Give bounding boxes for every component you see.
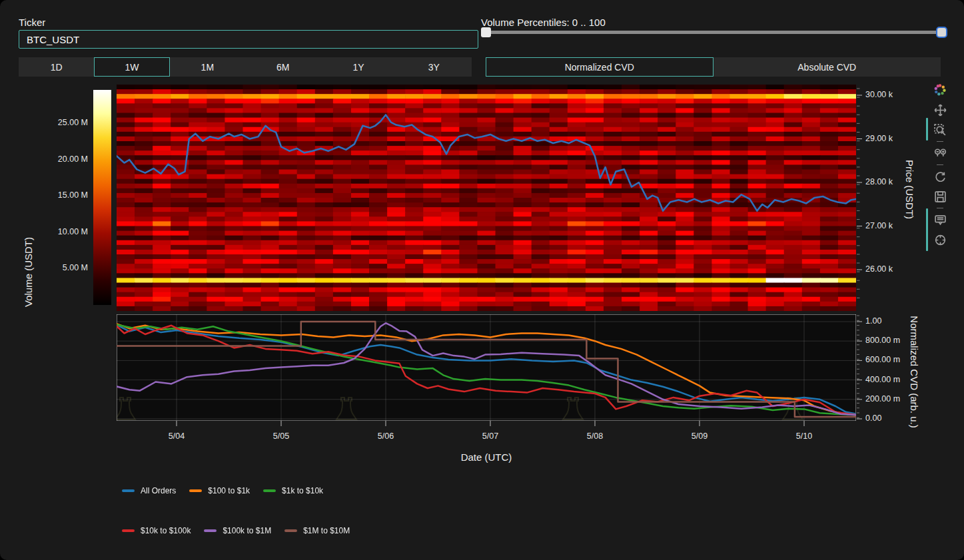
interval-tab-1y[interactable]: 1Y (320, 57, 396, 77)
volume-colorbar (93, 90, 111, 305)
tick-label: 15.00 M (0, 190, 88, 200)
legend-row-1: All Orders $100 to $1k $1k to $10k (122, 486, 323, 495)
tick-label: 0.00 (865, 414, 881, 423)
ticker-input[interactable] (19, 30, 478, 49)
tick-label: 5/10 (777, 431, 831, 441)
cvd-tabbar: Normalized CVD Absolute CVD (486, 57, 941, 77)
modebar-separator (937, 164, 943, 165)
tick-label: 27.00 k (865, 221, 893, 230)
legend-label: $1M to $10M (303, 526, 350, 535)
interval-tab-3y[interactable]: 3Y (396, 57, 472, 77)
volume-axis-title: Volume (USDT) (23, 232, 34, 312)
legend-swatch (122, 489, 135, 492)
legend-item-1m-10m[interactable]: $1M to $10M (284, 526, 350, 535)
tick-label: 800.00 m (865, 336, 900, 345)
pan-icon[interactable] (931, 101, 949, 119)
trading-dashboard: Ticker 1D 1W 1M 6M 1Y 3Y Volume Percenti… (0, 0, 964, 560)
tick-label: 5/05 (254, 431, 308, 441)
tick-label: 26.00 k (865, 264, 893, 274)
slider-handle-max[interactable] (936, 27, 947, 38)
interval-tabbar: 1D 1W 1M 6M 1Y 3Y (19, 57, 472, 77)
cvd-tab-absolute[interactable]: Absolute CVD (714, 57, 941, 77)
tick-label: 400.00 m (865, 375, 900, 384)
zoom-box-icon[interactable] (931, 121, 949, 139)
save-snapshot-icon[interactable] (931, 187, 949, 206)
interval-tab-1m[interactable]: 1M (170, 57, 245, 77)
interval-tab-1d[interactable]: 1D (19, 57, 94, 77)
cvd-tab-normalized[interactable]: Normalized CVD (486, 57, 714, 77)
interval-tab-6m[interactable]: 6M (245, 57, 320, 77)
tick-label: 20.00 M (0, 154, 88, 164)
tick-label: 5.00 M (0, 263, 88, 272)
legend-item-100-1k[interactable]: $100 to $1k (189, 486, 250, 495)
legend-item-100k-1m[interactable]: $100k to $1M (204, 526, 271, 535)
tick-label: 28.00 k (865, 177, 893, 186)
modebar-separator (937, 141, 943, 142)
legend-label: $1k to $10k (282, 486, 323, 495)
hover-compare-icon[interactable] (931, 210, 949, 229)
tick-label: 30.00 k (865, 90, 893, 99)
tick-label: 1.00 (865, 316, 881, 326)
tick-label: 10.00 M (0, 227, 88, 236)
interval-tab-1w[interactable]: 1W (94, 57, 169, 77)
tick-label: 25.00 M (0, 118, 88, 127)
legend-label: $100k to $1M (223, 526, 271, 535)
legend-swatch (122, 529, 135, 532)
volume-percentiles-label: Volume Percentiles: 0 .. 100 (481, 17, 606, 28)
normalized-cvd-chart[interactable] (117, 314, 856, 421)
price-axis-title: Price (USDT) (904, 153, 915, 226)
volume-percentiles-slider-track[interactable] (486, 31, 937, 34)
legend-label: All Orders (141, 486, 176, 495)
plot-modebar (929, 80, 951, 250)
tick-label: 600.00 m (865, 355, 900, 364)
tick-label: 5/04 (150, 431, 203, 441)
spikelines-icon[interactable] (931, 230, 949, 249)
tick-label: 5/09 (673, 431, 726, 441)
ticker-label: Ticker (19, 17, 45, 28)
legend-swatch (204, 529, 217, 532)
legend-label: $100 to $1k (208, 486, 250, 495)
legend-item-10k-100k[interactable]: $10k to $100k (122, 526, 191, 535)
legend-row-2: $10k to $100k $100k to $1M $1M to $10M (122, 526, 350, 535)
reset-axes-icon[interactable] (931, 167, 949, 186)
zoom-in-out-icon[interactable] (931, 144, 949, 162)
modebar-separator (937, 208, 943, 208)
legend-item-1k-10k[interactable]: $1k to $10k (263, 486, 323, 495)
legend-item-all-orders[interactable]: All Orders (122, 486, 176, 495)
slider-handle-min[interactable] (481, 27, 491, 37)
legend-swatch (263, 489, 276, 492)
date-axis-title: Date (UTC) (436, 451, 536, 463)
tick-label: 200.00 m (865, 394, 900, 404)
price-volume-heatmap[interactable] (117, 85, 856, 311)
legend-swatch (189, 489, 202, 492)
plotly-logo-icon[interactable] (931, 81, 949, 99)
tick-label: 29.00 k (865, 134, 893, 143)
legend-label: $10k to $100k (141, 526, 191, 535)
tick-label: 5/06 (359, 431, 412, 441)
legend-swatch (284, 529, 297, 532)
tick-label: 5/08 (568, 431, 622, 441)
tick-label: 5/07 (464, 431, 517, 441)
cvd-axis-title: Normalized CVD (arb. u.) (909, 306, 920, 439)
